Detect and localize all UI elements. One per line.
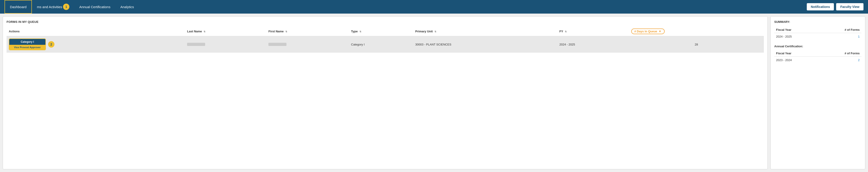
col-header-fy: FY ⇅	[557, 27, 629, 36]
lastname-redacted	[187, 43, 205, 46]
action-top-button[interactable]: Category I	[9, 39, 45, 45]
annual-header-row: Fiscal Year # of Forms	[774, 50, 862, 57]
days-sort-icon: ▼	[658, 30, 661, 33]
summary-col-fy: Fiscal Year	[774, 27, 818, 33]
annual-forms-value: 2	[818, 57, 862, 64]
table-header-row: Actions Last Name ⇅ First Name ⇅ Type ⇅	[6, 27, 764, 36]
sort-icon-fy: ⇅	[565, 30, 567, 33]
table-row: Category I Vice Provost Approver 2	[6, 36, 764, 53]
annual-col-forms: # of Forms	[818, 50, 862, 57]
nav-label-dashboard: Dashboard	[10, 5, 26, 9]
cell-type: Category I	[349, 36, 413, 53]
sort-icon-firstname: ⇅	[285, 30, 287, 33]
action-button-group[interactable]: Category I Vice Provost Approver	[9, 38, 46, 50]
cell-actions: Category I Vice Provost Approver 2	[6, 36, 185, 53]
nav-items: Dashboard ms and Activities 1 Annual Cer…	[4, 0, 807, 13]
summary-header-row: Fiscal Year # of Forms	[774, 27, 862, 33]
nav-item-annual-cert[interactable]: Annual Certifications	[74, 0, 116, 13]
col-header-actions: Actions	[6, 27, 185, 36]
queue-section-title: FORMS IN MY QUEUE	[6, 20, 764, 24]
right-panel: SUMMARY: Fiscal Year # of Forms 2024 - 2…	[770, 16, 865, 169]
cell-days: 28	[629, 36, 764, 53]
nav-label-annual: Annual Certifications	[79, 5, 111, 9]
col-header-firstname: First Name ⇅	[266, 27, 349, 36]
cell-primary-unit: 30003 - PLANT SCIENCES	[413, 36, 557, 53]
days-header-highlight: # Days in Queue ▼	[631, 29, 665, 34]
faculty-view-button[interactable]: Faculty View	[836, 3, 864, 10]
queue-table: Actions Last Name ⇅ First Name ⇅ Type ⇅	[6, 27, 764, 53]
sort-icon-lastname: ⇅	[204, 30, 205, 33]
annual-cert-label: Annual Certification:	[774, 45, 862, 48]
navbar: Dashboard ms and Activities 1 Annual Cer…	[0, 0, 868, 13]
action-bottom-button[interactable]: Vice Provost Approver	[9, 45, 45, 50]
cell-fy: 2024 - 2025	[557, 36, 629, 53]
summary-col-forms: # of Forms	[818, 27, 862, 33]
annual-forms-link[interactable]: 2	[858, 58, 860, 62]
row-badge-2: 2	[48, 41, 55, 48]
cell-firstname	[266, 36, 349, 53]
nav-label-forms: ms and Activities	[37, 5, 62, 9]
notifications-button[interactable]: Notifications	[807, 3, 834, 10]
sort-icon-unit: ⇅	[434, 30, 436, 33]
col-header-type: Type ⇅	[349, 27, 413, 36]
summary-forms-link[interactable]: 1	[858, 35, 860, 38]
nav-badge-1: 1	[63, 4, 69, 10]
sort-icon-type: ⇅	[360, 30, 361, 33]
annual-row: 2023 - 2024 2	[774, 57, 862, 64]
nav-label-analytics: Analytics	[120, 5, 134, 9]
summary-row: 2024 - 2025 1	[774, 33, 862, 40]
summary-forms-value: 1	[818, 33, 862, 40]
nav-right-buttons: Notifications Faculty View	[807, 3, 864, 10]
cell-lastname	[185, 36, 266, 53]
summary-fy-value: 2024 - 2025	[774, 33, 818, 40]
col-header-lastname: Last Name ⇅	[185, 27, 266, 36]
left-panel: FORMS IN MY QUEUE Actions Last Name ⇅ Fi…	[3, 16, 768, 169]
firstname-redacted	[269, 43, 286, 46]
summary-title: SUMMARY:	[774, 20, 862, 24]
annual-fy-value: 2023 - 2024	[774, 57, 818, 64]
annual-cert-table: Fiscal Year # of Forms 2023 - 2024 2	[774, 50, 862, 64]
annual-col-fy: Fiscal Year	[774, 50, 818, 57]
summary-fiscal-table: Fiscal Year # of Forms 2024 - 2025 1	[774, 27, 862, 40]
nav-item-analytics[interactable]: Analytics	[116, 0, 139, 13]
nav-item-forms-activities[interactable]: ms and Activities 1	[32, 0, 74, 13]
col-actions-label: Actions	[9, 30, 20, 33]
col-header-primary-unit: Primary Unit ⇅	[413, 27, 557, 36]
col-header-days: # Days in Queue ▼	[629, 27, 764, 36]
main-layout: FORMS IN MY QUEUE Actions Last Name ⇅ Fi…	[0, 13, 868, 172]
nav-item-dashboard[interactable]: Dashboard	[4, 0, 32, 13]
